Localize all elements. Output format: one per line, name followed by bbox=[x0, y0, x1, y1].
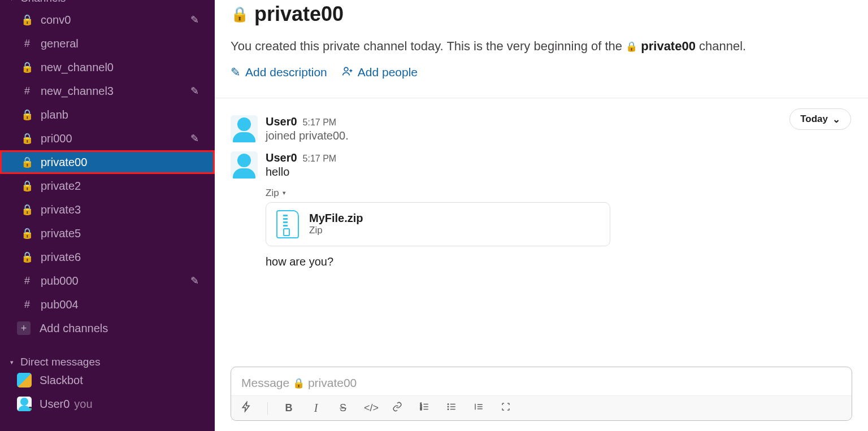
sidebar-channel-conv0[interactable]: 🔒conv0✎ bbox=[0, 8, 215, 32]
message-username[interactable]: User0 bbox=[266, 151, 297, 164]
caret-down-icon: ▾ bbox=[283, 189, 286, 197]
sidebar-channel-private5[interactable]: 🔒private5 bbox=[0, 221, 215, 245]
separator bbox=[267, 402, 268, 415]
lock-icon: 🔒 bbox=[20, 251, 34, 263]
person-plus-icon bbox=[342, 66, 353, 80]
channel-label: private6 bbox=[41, 251, 81, 264]
lock-icon: 🔒 bbox=[231, 6, 249, 23]
sidebar-channel-pub000[interactable]: #pub000✎ bbox=[0, 269, 215, 293]
bullet-list-button[interactable] bbox=[445, 402, 458, 415]
channel-label: private3 bbox=[41, 203, 81, 216]
channel-label: pri000 bbox=[41, 132, 72, 145]
date-pill[interactable]: Today ⌄ bbox=[789, 108, 851, 130]
code-button[interactable]: </> bbox=[364, 402, 376, 414]
ordered-list-button[interactable]: 123 bbox=[418, 402, 431, 415]
file-type: Zip bbox=[309, 225, 363, 236]
sidebar-channel-private3[interactable]: 🔒private3 bbox=[0, 198, 215, 221]
date-divider bbox=[215, 98, 868, 98]
pencil-icon[interactable]: ✎ bbox=[190, 85, 199, 97]
dm-item-slackbot[interactable]: Slackbot bbox=[0, 368, 215, 392]
svg-point-6 bbox=[448, 409, 449, 410]
lock-icon: 🔒 bbox=[20, 14, 34, 26]
sidebar-channel-pri000[interactable]: 🔒pri000✎ bbox=[0, 127, 215, 150]
channel-intro-text: You created this private channel today. … bbox=[231, 37, 852, 55]
channel-title[interactable]: 🔒 private00 bbox=[231, 2, 852, 26]
channel-intro: 🔒 private00 You created this private cha… bbox=[215, 0, 868, 92]
channel-label: private2 bbox=[41, 180, 81, 193]
composer-toolbar: B I S </> 123 bbox=[231, 395, 852, 420]
avatar[interactable] bbox=[231, 115, 258, 142]
channel-label: private00 bbox=[41, 156, 87, 169]
pencil-icon[interactable]: ✎ bbox=[190, 132, 199, 145]
presence-indicator bbox=[27, 407, 32, 411]
pencil-icon[interactable]: ✎ bbox=[190, 275, 199, 287]
message: User05:17 PMjoined private00. bbox=[231, 115, 852, 142]
italic-button[interactable]: I bbox=[310, 402, 322, 415]
add-people-label: Add people bbox=[358, 66, 418, 79]
strikethrough-button[interactable]: S bbox=[337, 402, 349, 414]
file-name: MyFile.zip bbox=[309, 212, 363, 225]
dm-item-user0[interactable]: User0you bbox=[0, 392, 215, 416]
lock-icon: 🔒 bbox=[20, 132, 34, 145]
sidebar-channel-general[interactable]: #general bbox=[0, 32, 215, 55]
message-timestamp[interactable]: 5:17 PM bbox=[303, 117, 337, 128]
bold-button[interactable]: B bbox=[283, 402, 295, 414]
code-block-button[interactable] bbox=[500, 402, 512, 415]
add-people-button[interactable]: Add people bbox=[342, 66, 418, 80]
channel-label: private5 bbox=[41, 227, 81, 240]
sidebar-channel-private2[interactable]: 🔒private2 bbox=[0, 174, 215, 198]
chevron-down-icon: ⌄ bbox=[832, 114, 840, 125]
sidebar-channel-planb[interactable]: 🔒planb bbox=[0, 103, 215, 127]
add-channels-label: Add channels bbox=[40, 322, 108, 335]
hash-icon: # bbox=[20, 275, 34, 287]
lock-icon: 🔒 bbox=[20, 108, 34, 121]
channel-label: pub000 bbox=[41, 275, 79, 288]
dm-section-header[interactable]: ▾ Direct messages bbox=[0, 356, 215, 368]
pencil-icon: ✎ bbox=[231, 66, 241, 79]
sidebar-channel-new_channel0[interactable]: 🔒new_channel0 bbox=[0, 55, 215, 79]
sidebar-channel-new_channel3[interactable]: #new_channel3✎ bbox=[0, 79, 215, 103]
channel-label: conv0 bbox=[41, 14, 71, 27]
sidebar: ▾ Channels 🔒conv0✎#general🔒new_channel0#… bbox=[0, 0, 215, 431]
channels-section-header[interactable]: ▾ Channels bbox=[0, 0, 215, 5]
dm-label: Slackbot bbox=[40, 374, 83, 387]
avatar bbox=[17, 397, 32, 411]
hash-icon: # bbox=[20, 38, 34, 50]
dm-list: SlackbotUser0you bbox=[0, 368, 215, 416]
add-description-button[interactable]: ✎ Add description bbox=[231, 66, 327, 80]
link-button[interactable] bbox=[391, 402, 403, 415]
lock-icon: 🔒 bbox=[293, 378, 305, 389]
message-input[interactable]: Message 🔒 private00 bbox=[231, 367, 852, 395]
channel-label: new_channel0 bbox=[41, 61, 114, 74]
channel-label: new_channel3 bbox=[41, 85, 114, 98]
sidebar-channel-pub004[interactable]: #pub004 bbox=[0, 293, 215, 316]
blockquote-button[interactable] bbox=[472, 402, 485, 415]
intro-suffix: channel. bbox=[699, 39, 746, 53]
lock-icon: 🔒 bbox=[20, 180, 34, 192]
shortcuts-icon[interactable] bbox=[240, 401, 253, 415]
svg-point-0 bbox=[344, 67, 348, 71]
message-username[interactable]: User0 bbox=[266, 115, 297, 128]
caret-down-icon: ▾ bbox=[10, 0, 17, 2]
add-channels-button[interactable]: + Add channels bbox=[0, 316, 215, 340]
file-attachment[interactable]: MyFile.zipZip bbox=[266, 202, 610, 246]
sidebar-channel-private00[interactable]: 🔒private00 bbox=[0, 150, 215, 174]
svg-text:3: 3 bbox=[420, 407, 422, 411]
lock-icon: 🔒 bbox=[20, 61, 34, 73]
message-timestamp[interactable]: 5:17 PM bbox=[303, 154, 337, 164]
you-label: you bbox=[74, 398, 92, 411]
avatar[interactable] bbox=[231, 151, 258, 179]
main-pane: 🔒 private00 You created this private cha… bbox=[215, 0, 868, 431]
lock-icon: 🔒 bbox=[20, 227, 34, 240]
message-text: how are you? bbox=[266, 255, 852, 268]
avatar bbox=[17, 373, 32, 388]
message-body: User05:17 PMjoined private00. bbox=[266, 115, 852, 142]
channel-label: pub004 bbox=[41, 298, 79, 311]
message: User05:17 PMhelloZip ▾MyFile.zipZiphow a… bbox=[231, 151, 852, 268]
channel-title-text: private00 bbox=[254, 2, 344, 26]
svg-point-4 bbox=[448, 404, 449, 405]
pencil-icon[interactable]: ✎ bbox=[190, 14, 199, 26]
caret-down-icon: ▾ bbox=[10, 359, 17, 366]
sidebar-channel-private6[interactable]: 🔒private6 bbox=[0, 245, 215, 269]
attachment-label[interactable]: Zip ▾ bbox=[266, 188, 852, 199]
